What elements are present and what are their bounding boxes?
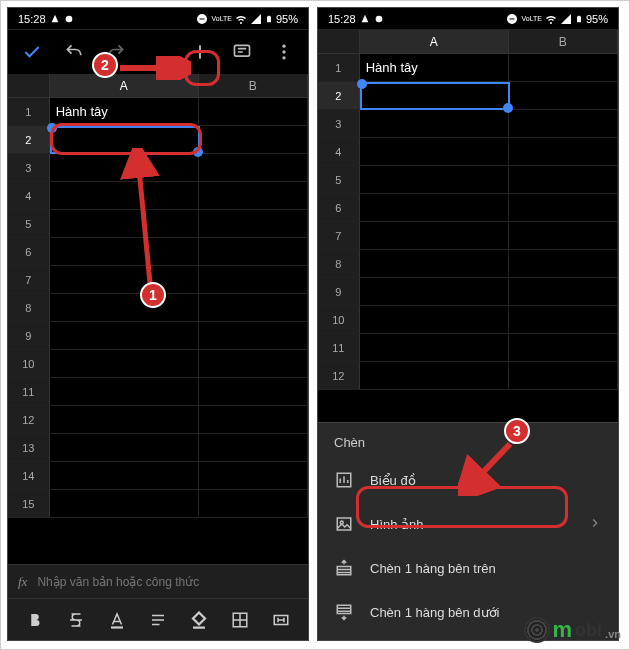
cell[interactable]: [360, 306, 509, 333]
table-row[interactable]: 7: [318, 222, 618, 250]
cell[interactable]: [199, 154, 308, 181]
insert-image-item[interactable]: Hình ảnh: [318, 502, 618, 546]
strike-button[interactable]: [60, 604, 92, 636]
cell[interactable]: [199, 490, 308, 517]
table-row[interactable]: 8: [8, 294, 308, 322]
row-number[interactable]: 11: [318, 334, 360, 361]
column-header-a[interactable]: A: [360, 30, 509, 53]
row-number[interactable]: 11: [8, 378, 50, 405]
row-number[interactable]: 1: [318, 54, 360, 81]
cell[interactable]: [360, 334, 509, 361]
cell[interactable]: [50, 406, 199, 433]
cell[interactable]: [360, 250, 509, 277]
column-header-b[interactable]: B: [509, 30, 618, 53]
row-number[interactable]: 4: [8, 182, 50, 209]
cell[interactable]: [509, 138, 618, 165]
cell[interactable]: [360, 110, 509, 137]
table-row[interactable]: 6: [318, 194, 618, 222]
cell[interactable]: [50, 490, 199, 517]
comment-button[interactable]: [226, 36, 258, 68]
cell[interactable]: [50, 238, 199, 265]
merge-button[interactable]: [265, 604, 297, 636]
table-row[interactable]: 10: [8, 350, 308, 378]
cell[interactable]: [50, 182, 199, 209]
text-color-button[interactable]: [101, 604, 133, 636]
align-button[interactable]: [142, 604, 174, 636]
table-row[interactable]: 6: [8, 238, 308, 266]
table-row[interactable]: 12: [318, 362, 618, 390]
cell[interactable]: [50, 434, 199, 461]
row-number[interactable]: 6: [8, 238, 50, 265]
undo-button[interactable]: [58, 36, 90, 68]
table-row[interactable]: 5: [318, 166, 618, 194]
cell[interactable]: [50, 294, 199, 321]
cell[interactable]: [509, 362, 618, 389]
row-number[interactable]: 8: [318, 250, 360, 277]
row-number[interactable]: 10: [8, 350, 50, 377]
bold-button[interactable]: [19, 604, 51, 636]
cell[interactable]: [509, 54, 618, 81]
cell[interactable]: [509, 110, 618, 137]
table-row[interactable]: 1Hành tây: [318, 54, 618, 82]
cell[interactable]: [50, 350, 199, 377]
cell[interactable]: [360, 166, 509, 193]
row-number[interactable]: 4: [318, 138, 360, 165]
row-number[interactable]: 2: [8, 126, 50, 153]
row-number[interactable]: 9: [8, 322, 50, 349]
table-row[interactable]: 14: [8, 462, 308, 490]
row-number[interactable]: 12: [8, 406, 50, 433]
cell[interactable]: [360, 138, 509, 165]
table-row[interactable]: 4: [318, 138, 618, 166]
cell[interactable]: [199, 350, 308, 377]
redo-button[interactable]: [100, 36, 132, 68]
table-row[interactable]: 1Hành tây: [8, 98, 308, 126]
row-number[interactable]: 12: [318, 362, 360, 389]
row-number[interactable]: 5: [8, 210, 50, 237]
row-number[interactable]: 2: [318, 82, 360, 109]
cell[interactable]: [199, 406, 308, 433]
cell[interactable]: [199, 182, 308, 209]
formula-input[interactable]: [37, 575, 298, 589]
insert-row-above-item[interactable]: Chèn 1 hàng bên trên: [318, 546, 618, 590]
cell[interactable]: [360, 278, 509, 305]
column-header-a[interactable]: A: [50, 74, 199, 97]
row-number[interactable]: 7: [8, 266, 50, 293]
row-number[interactable]: 6: [318, 194, 360, 221]
cell[interactable]: [50, 378, 199, 405]
cell[interactable]: [199, 238, 308, 265]
fill-color-button[interactable]: [183, 604, 215, 636]
cell[interactable]: [50, 154, 199, 181]
row-number[interactable]: 13: [8, 434, 50, 461]
cell[interactable]: [509, 306, 618, 333]
cell[interactable]: [199, 126, 308, 153]
cell[interactable]: [509, 222, 618, 249]
more-button[interactable]: [268, 36, 300, 68]
borders-button[interactable]: [224, 604, 256, 636]
cell[interactable]: [509, 82, 618, 109]
cell[interactable]: [50, 322, 199, 349]
cell[interactable]: [509, 278, 618, 305]
formula-bar[interactable]: fx: [8, 564, 308, 598]
row-number[interactable]: 3: [318, 110, 360, 137]
cell[interactable]: [509, 334, 618, 361]
cell[interactable]: Hành tây: [50, 98, 199, 125]
insert-button[interactable]: [184, 36, 216, 68]
cell[interactable]: [509, 194, 618, 221]
column-header-b[interactable]: B: [199, 74, 308, 97]
row-number[interactable]: 15: [8, 490, 50, 517]
row-number[interactable]: 1: [8, 98, 50, 125]
table-row[interactable]: 2: [318, 82, 618, 110]
row-number[interactable]: 10: [318, 306, 360, 333]
table-row[interactable]: 8: [318, 250, 618, 278]
row-number[interactable]: 9: [318, 278, 360, 305]
table-row[interactable]: 2: [8, 126, 308, 154]
table-row[interactable]: 11: [8, 378, 308, 406]
cell[interactable]: [199, 378, 308, 405]
table-row[interactable]: 9: [8, 322, 308, 350]
row-number[interactable]: 8: [8, 294, 50, 321]
table-row[interactable]: 5: [8, 210, 308, 238]
cell[interactable]: [50, 462, 199, 489]
table-row[interactable]: 3: [8, 154, 308, 182]
table-row[interactable]: 9: [318, 278, 618, 306]
spreadsheet-grid[interactable]: A B 1Hành tây23456789101112: [318, 30, 618, 390]
